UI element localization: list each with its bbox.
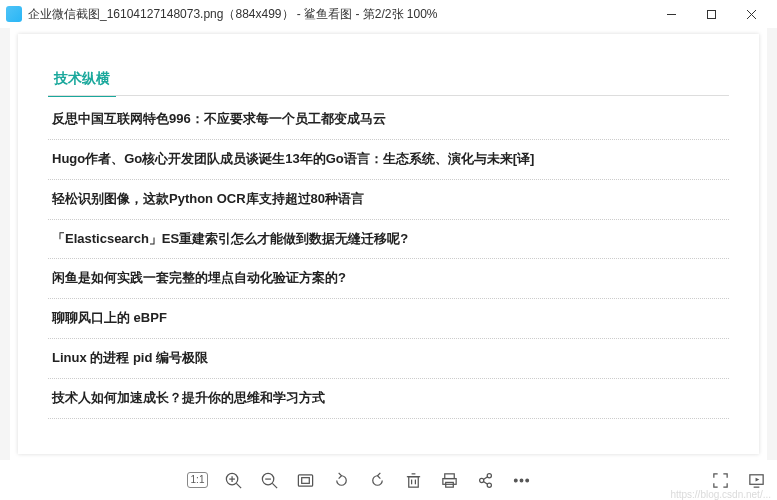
svg-rect-11 [298, 474, 312, 485]
svg-point-27 [520, 479, 523, 482]
list-item: 轻松识别图像，这款Python OCR库支持超过80种语言 [48, 180, 729, 220]
slideshow-button[interactable] [745, 469, 767, 491]
list-item: 聊聊风口上的 eBPF [48, 299, 729, 339]
share-button[interactable] [474, 469, 496, 491]
rotate-left-button[interactable] [330, 469, 352, 491]
svg-rect-1 [707, 10, 715, 18]
zoom-out-button[interactable] [258, 469, 280, 491]
svg-marker-30 [755, 477, 759, 481]
displayed-image: 技术纵横 反思中国互联网特色996：不应要求每一个员工都变成马云 Hugo作者、… [18, 34, 759, 454]
tab-tech: 技术纵横 [48, 70, 116, 97]
svg-point-28 [526, 479, 529, 482]
list-item: 反思中国互联网特色996：不应要求每一个员工都变成马云 [48, 100, 729, 140]
window-title: 企业微信截图_16104127148073.png（884x499） - 鲨鱼看… [28, 6, 651, 23]
svg-rect-13 [409, 476, 419, 486]
svg-line-24 [483, 476, 487, 479]
svg-line-9 [272, 483, 277, 488]
svg-rect-19 [443, 478, 456, 484]
svg-point-26 [514, 479, 517, 482]
app-icon [6, 6, 22, 22]
section-tabs: 技术纵横 [48, 68, 729, 96]
fit-window-button[interactable] [294, 469, 316, 491]
actual-size-button[interactable]: 1:1 [187, 472, 209, 488]
titlebar: 企业微信截图_16104127148073.png（884x499） - 鲨鱼看… [0, 0, 777, 28]
svg-rect-18 [445, 473, 455, 478]
zoom-in-button[interactable] [222, 469, 244, 491]
list-item: Linux 的进程 pid 编号极限 [48, 339, 729, 379]
previous-image-strip[interactable] [0, 28, 10, 460]
svg-line-25 [483, 481, 487, 484]
image-viewport: 技术纵横 反思中国互联网特色996：不应要求每一个员工都变成马云 Hugo作者、… [0, 28, 777, 460]
article-list: 反思中国互联网特色996：不应要求每一个员工都变成马云 Hugo作者、Go核心开… [48, 100, 729, 419]
list-item: Hugo作者、Go核心开发团队成员谈诞生13年的Go语言：生态系统、演化与未来[… [48, 140, 729, 180]
minimize-button[interactable] [651, 0, 691, 28]
close-button[interactable] [731, 0, 771, 28]
next-image-strip[interactable] [767, 28, 777, 460]
bottom-toolbar: 1:1 [0, 460, 777, 500]
delete-button[interactable] [402, 469, 424, 491]
list-item: 「Elasticsearch」ES重建索引怎么才能做到数据无缝迁移呢? [48, 220, 729, 260]
svg-rect-12 [302, 477, 310, 483]
fullscreen-button[interactable] [709, 469, 731, 491]
maximize-button[interactable] [691, 0, 731, 28]
svg-line-5 [236, 483, 241, 488]
more-button[interactable] [510, 469, 532, 491]
list-item: 闲鱼是如何实践一套完整的埋点自动化验证方案的? [48, 259, 729, 299]
print-button[interactable] [438, 469, 460, 491]
rotate-right-button[interactable] [366, 469, 388, 491]
list-item: 技术人如何加速成长？提升你的思维和学习方式 [48, 379, 729, 419]
window-controls [651, 0, 771, 28]
